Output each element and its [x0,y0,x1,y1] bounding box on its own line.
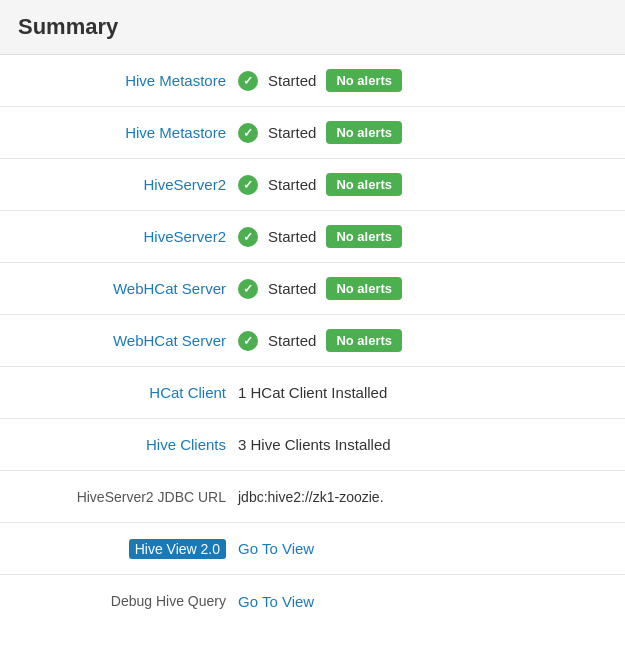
table-row: Hive Metastore✓StartedNo alerts [0,107,625,159]
row-label-hive-metastore-1: Hive Metastore [18,72,238,89]
row-label-hive-clients: Hive Clients [18,436,238,453]
no-alerts-badge: No alerts [326,225,402,248]
row-link-hcat-client[interactable]: HCat Client [149,384,226,401]
table-row: Hive Metastore✓StartedNo alerts [0,55,625,107]
row-label-hiveserver2-1: HiveServer2 [18,176,238,193]
row-link-hiveserver2-1[interactable]: HiveServer2 [143,176,226,193]
goto-link-debug-hive-query[interactable]: Go To View [238,593,314,610]
row-link-webhcat-server-2[interactable]: WebHCat Server [113,332,226,349]
info-text: jdbc:hive2://zk1-zoozie. [238,489,384,505]
row-content-hive-clients: 3 Hive Clients Installed [238,436,607,453]
row-label-hiveserver2-jdbc: HiveServer2 JDBC URL [18,489,238,505]
row-link-hive-metastore-2[interactable]: Hive Metastore [125,124,226,141]
row-plain-label-hiveserver2-jdbc: HiveServer2 JDBC URL [77,489,226,505]
status-text: Started [268,124,316,141]
info-text: 3 Hive Clients Installed [238,436,391,453]
row-content-hive-metastore-1: ✓StartedNo alerts [238,69,607,92]
goto-link-hive-view-2[interactable]: Go To View [238,540,314,557]
row-content-hiveserver2-1: ✓StartedNo alerts [238,173,607,196]
row-link-hive-metastore-1[interactable]: Hive Metastore [125,72,226,89]
table-row: HiveServer2✓StartedNo alerts [0,211,625,263]
summary-table: Hive Metastore✓StartedNo alertsHive Meta… [0,55,625,627]
checkmark-icon: ✓ [238,227,258,247]
table-row: HCat Client1 HCat Client Installed [0,367,625,419]
no-alerts-badge: No alerts [326,277,402,300]
row-label-hive-metastore-2: Hive Metastore [18,124,238,141]
page-header: Summary [0,0,625,55]
row-content-hiveserver2-2: ✓StartedNo alerts [238,225,607,248]
row-label-hiveserver2-2: HiveServer2 [18,228,238,245]
row-label-webhcat-server-2: WebHCat Server [18,332,238,349]
row-content-hive-metastore-2: ✓StartedNo alerts [238,121,607,144]
status-text: Started [268,280,316,297]
table-row: Hive Clients3 Hive Clients Installed [0,419,625,471]
row-content-webhcat-server-2: ✓StartedNo alerts [238,329,607,352]
row-link-hive-clients[interactable]: Hive Clients [146,436,226,453]
table-row: HiveServer2✓StartedNo alerts [0,159,625,211]
row-label-hive-view-2: Hive View 2.0 [18,541,238,557]
row-content-debug-hive-query: Go To View [238,593,607,610]
status-text: Started [268,72,316,89]
row-highlighted-hive-view-2: Hive View 2.0 [129,539,226,559]
table-row: HiveServer2 JDBC URLjdbc:hive2://zk1-zoo… [0,471,625,523]
checkmark-icon: ✓ [238,123,258,143]
no-alerts-badge: No alerts [326,173,402,196]
checkmark-icon: ✓ [238,175,258,195]
table-row: Hive View 2.0Go To View [0,523,625,575]
checkmark-icon: ✓ [238,331,258,351]
page-title: Summary [18,14,607,40]
status-text: Started [268,332,316,349]
table-row: WebHCat Server✓StartedNo alerts [0,263,625,315]
row-content-hcat-client: 1 HCat Client Installed [238,384,607,401]
table-row: Debug Hive QueryGo To View [0,575,625,627]
row-label-debug-hive-query: Debug Hive Query [18,593,238,609]
row-plain-label-debug-hive-query: Debug Hive Query [111,593,226,609]
row-content-webhcat-server-1: ✓StartedNo alerts [238,277,607,300]
row-link-hiveserver2-2[interactable]: HiveServer2 [143,228,226,245]
no-alerts-badge: No alerts [326,121,402,144]
row-content-hive-view-2: Go To View [238,540,607,557]
row-content-hiveserver2-jdbc: jdbc:hive2://zk1-zoozie. [238,489,607,505]
no-alerts-badge: No alerts [326,69,402,92]
status-text: Started [268,176,316,193]
row-label-webhcat-server-1: WebHCat Server [18,280,238,297]
row-label-hcat-client: HCat Client [18,384,238,401]
checkmark-icon: ✓ [238,71,258,91]
info-text: 1 HCat Client Installed [238,384,387,401]
no-alerts-badge: No alerts [326,329,402,352]
checkmark-icon: ✓ [238,279,258,299]
table-row: WebHCat Server✓StartedNo alerts [0,315,625,367]
row-link-webhcat-server-1[interactable]: WebHCat Server [113,280,226,297]
status-text: Started [268,228,316,245]
